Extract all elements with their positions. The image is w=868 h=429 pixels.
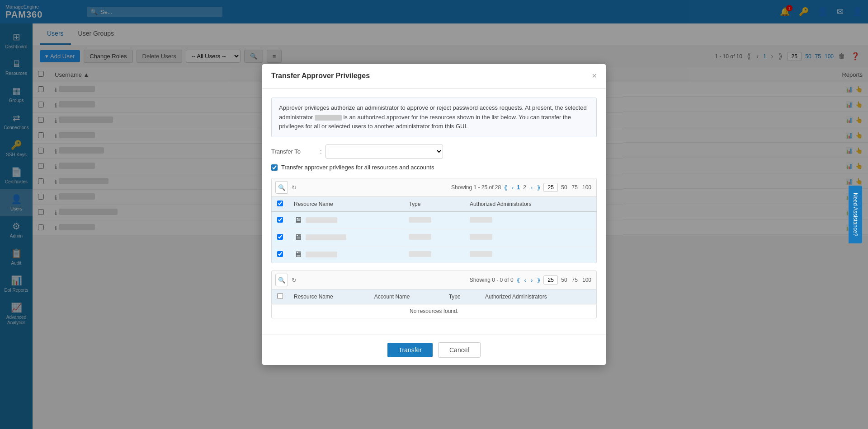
account-name-header: Account Name [369, 289, 443, 304]
top-showing-text: Showing 1 - 25 of 28 [451, 184, 501, 191]
cancel-button[interactable]: Cancel [438, 342, 481, 358]
admin-name-blurred [315, 115, 342, 121]
computer-icon: 🖥 [294, 233, 302, 242]
resource-name-header: Resource Name [288, 197, 403, 212]
top-size-75[interactable]: 75 [571, 184, 579, 191]
top-page-1[interactable]: 1 [517, 184, 520, 191]
dialog-title: Transfer Approver Privileges [271, 72, 370, 80]
top-table-search-button[interactable]: 🔍 [275, 181, 288, 194]
bottom-authorized-header: Authorized Administrators [480, 289, 596, 304]
top-inner-table: Resource Name Type Authorized Administra… [272, 197, 596, 263]
top-row-checkbox[interactable] [277, 217, 283, 223]
top-size-50[interactable]: 50 [560, 184, 568, 191]
bottom-first-page[interactable]: ⟪ [515, 277, 521, 284]
refresh-icon[interactable]: ↻ [292, 184, 297, 191]
bottom-select-all[interactable] [277, 293, 283, 299]
resource-name-blurred [306, 234, 346, 240]
admin-blurred [470, 234, 492, 240]
top-table-row: 🖥 [272, 229, 596, 246]
type-blurred [409, 251, 431, 257]
dialog-footer: Transfer Cancel [262, 335, 606, 365]
bottom-resource-name-header: Resource Name [288, 289, 369, 304]
top-row-checkbox[interactable] [277, 234, 283, 240]
bottom-table-toolbar: 🔍 ↻ Showing 0 - 0 of 0 ⟪ ‹ › ⟫ 50 75 100 [272, 271, 596, 289]
transfer-approver-dialog: Transfer Approver Privileges × Approver … [262, 64, 606, 365]
top-size-100[interactable]: 100 [581, 184, 593, 191]
transfer-all-label: Transfer approver privileges for all res… [281, 164, 434, 171]
type-blurred [409, 217, 431, 223]
bottom-showing-text: Showing 0 - 0 of 0 [470, 277, 514, 283]
admin-blurred [470, 251, 492, 257]
bottom-refresh-icon[interactable]: ↻ [292, 277, 297, 284]
admin-blurred [470, 217, 492, 223]
need-assistance-button[interactable]: Need Assistance? [849, 186, 862, 243]
top-page-size-input[interactable] [543, 183, 558, 192]
top-table-toolbar: 🔍 ↻ Showing 1 - 25 of 28 ⟪ ‹ 1 2 › ⟫ 50 … [272, 178, 596, 197]
transfer-button[interactable]: Transfer [387, 343, 433, 357]
top-select-all[interactable] [277, 201, 283, 206]
no-resources-text: No resources found. [272, 304, 596, 318]
top-table-section: 🔍 ↻ Showing 1 - 25 of 28 ⟪ ‹ 1 2 › ⟫ 50 … [271, 178, 597, 263]
bottom-type-header: Type [443, 289, 480, 304]
top-last-page[interactable]: ⟫ [536, 184, 542, 191]
type-header: Type [403, 197, 464, 212]
transfer-to-label: Transfer To [271, 148, 316, 155]
transfer-all-checkbox[interactable] [271, 164, 278, 171]
top-table-row: 🖥 [272, 212, 596, 229]
bottom-next-page[interactable]: › [529, 277, 534, 284]
bottom-size-100[interactable]: 100 [581, 277, 593, 283]
top-first-page[interactable]: ⟪ [503, 184, 509, 191]
dialog-overlay: Transfer Approver Privileges × Approver … [0, 0, 868, 429]
computer-icon: 🖥 [294, 250, 302, 259]
resource-name-blurred [306, 252, 337, 257]
bottom-size-50[interactable]: 50 [560, 277, 568, 283]
bottom-table-search-button[interactable]: 🔍 [275, 274, 288, 286]
transfer-all-checkbox-row: Transfer approver privileges for all res… [271, 164, 597, 171]
bottom-page-size-input[interactable] [543, 275, 558, 284]
top-prev-page[interactable]: ‹ [510, 184, 515, 191]
dialog-body: Approver privileges authorize an adminis… [262, 89, 606, 335]
computer-icon: 🖥 [294, 215, 302, 225]
bottom-table-pagination: Showing 0 - 0 of 0 ⟪ ‹ › ⟫ 50 75 100 [470, 275, 593, 284]
bottom-last-page[interactable]: ⟫ [536, 277, 542, 284]
top-table-row: 🖥 [272, 246, 596, 263]
colon: : [320, 148, 322, 155]
top-table-scroll: Resource Name Type Authorized Administra… [272, 197, 596, 263]
info-box: Approver privileges authorize an adminis… [271, 98, 597, 137]
authorized-admins-header: Authorized Administrators [464, 197, 596, 212]
dialog-header: Transfer Approver Privileges × [262, 64, 606, 89]
dialog-close-button[interactable]: × [592, 71, 597, 81]
bottom-table-section: 🔍 ↻ Showing 0 - 0 of 0 ⟪ ‹ › ⟫ 50 75 100 [271, 270, 597, 318]
transfer-to-select[interactable] [326, 145, 443, 159]
bottom-size-75[interactable]: 75 [571, 277, 579, 283]
type-blurred [409, 234, 431, 240]
no-resources-row: No resources found. [272, 304, 596, 318]
transfer-to-row: Transfer To : [271, 145, 597, 159]
top-next-page[interactable]: › [529, 184, 534, 191]
top-page-2[interactable]: 2 [522, 184, 528, 191]
top-table-pagination: Showing 1 - 25 of 28 ⟪ ‹ 1 2 › ⟫ 50 75 1… [451, 183, 593, 192]
resource-name-blurred [306, 217, 337, 223]
bottom-inner-table: Resource Name Account Name Type Authoriz… [272, 289, 596, 318]
bottom-prev-page[interactable]: ‹ [523, 277, 528, 284]
top-row-checkbox[interactable] [277, 251, 283, 257]
